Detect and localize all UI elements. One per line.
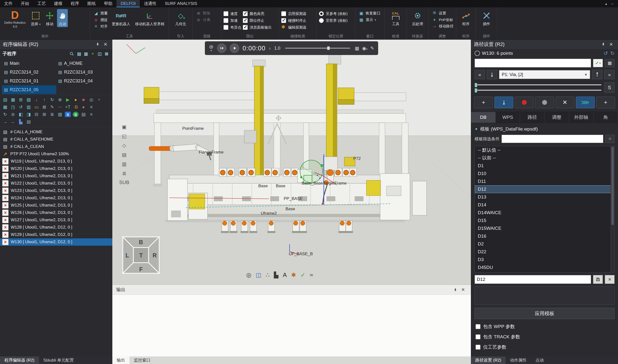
cal-tool-button[interactable]: CAL 工具	[390, 9, 401, 27]
editor-toolbar-icon[interactable]: ⊞	[41, 111, 48, 118]
redo-icon[interactable]: ↻	[610, 50, 615, 56]
lock-radio[interactable]: 至世界 (坐标)	[319, 18, 348, 23]
editor-toolbar-icon[interactable]: +T	[64, 104, 71, 110]
menu-item[interactable]: SURF ANALYSIS	[161, 0, 201, 7]
viewport-bottom-icon[interactable]: ✓	[301, 272, 305, 278]
editor-toolbar-icon[interactable]: ↑	[41, 96, 48, 103]
bottom-tab[interactable]: 点动	[531, 356, 548, 364]
template-description-box[interactable]	[475, 286, 615, 305]
viewport-side-icon[interactable]: SUB	[119, 180, 129, 185]
add-point-button[interactable]: +	[474, 97, 493, 108]
subprogram-action-icon[interactable]: ▥	[82, 50, 89, 57]
template-item[interactable]: D10	[475, 170, 614, 178]
editor-toolbar-icon[interactable]: ■	[80, 96, 87, 103]
slider-handle[interactable]	[327, 46, 330, 50]
viewport-bottom-icon[interactable]: ◎	[246, 272, 251, 278]
close-icon[interactable]: ✕	[459, 286, 467, 293]
editor-toolbar-icon[interactable]: ⊟	[33, 111, 40, 118]
viewport-side-icon[interactable]: ▥	[119, 161, 129, 167]
program-statement-row[interactable]: # CALL A_CLEAN	[0, 143, 112, 150]
editor-toolbar-icon[interactable]: ↺	[17, 104, 25, 110]
settings-button[interactable]: 设置	[431, 11, 454, 16]
editor-toolbar-icon[interactable]: ▦	[1, 104, 9, 110]
export-image-icon[interactable]: ▦	[355, 45, 359, 51]
editor-toolbar-icon[interactable]: S	[65, 112, 71, 117]
viewport-side-icon[interactable]: ≣	[119, 170, 129, 176]
viewport-3d[interactable]: PointFrameFlangeFrameP72BaseBaseBase_Bas…	[112, 39, 471, 285]
pnp-coords-button[interactable]: +PnP坐标	[431, 17, 454, 23]
confirm-button[interactable]: ✓▾	[593, 59, 603, 67]
segment-position-slider[interactable]	[475, 90, 601, 91]
show-button[interactable]: ▦显示▾	[357, 17, 381, 23]
limit-checkbox[interactable]: 颜色高亮	[243, 11, 272, 16]
viewport-bottom-icon[interactable]: ▙	[274, 272, 278, 278]
editor-toolbar-icon[interactable]: ✎	[48, 104, 56, 110]
bottom-tab[interactable]: 输出	[112, 356, 129, 364]
viewport-bottom-icon[interactable]: ✱	[291, 272, 296, 278]
close-icon[interactable]: ✕	[102, 40, 110, 48]
first-point-button[interactable]: «	[475, 70, 485, 79]
detach-button[interactable]: ⊖分离	[195, 17, 211, 23]
collision-checkbox[interactable]: 编辑探测器	[281, 25, 306, 30]
program-statement-row[interactable]: W121 [ Utool1, Uframe2, D13, 0 ]	[0, 172, 112, 180]
post-process-button[interactable]: 后处理	[411, 9, 425, 27]
editor-toolbar-icon[interactable]: ↻	[48, 96, 56, 103]
editor-toolbar-icon[interactable]: ↓	[33, 96, 40, 103]
template-item[interactable]: D1	[475, 162, 614, 170]
editor-toolbar-icon[interactable]: ◎	[88, 96, 95, 103]
annotate-icon[interactable]: ✎	[370, 45, 374, 51]
view-cube[interactable]: B L T R F	[121, 236, 161, 274]
editor-toolbar-icon[interactable]: ≣	[48, 111, 56, 118]
bottom-tab[interactable]: 动作属性	[506, 356, 531, 364]
snap-mode-button[interactable]: S	[604, 82, 615, 93]
subprogram-node[interactable]: ▤ R2ZC3214_03	[56, 68, 111, 77]
subprogram-node[interactable]: ▤ R2ZC3214_02	[2, 68, 56, 77]
viewport-side-icon[interactable]: ◇	[119, 143, 129, 148]
subprogram-node[interactable]: ▤ A_HOME	[56, 59, 111, 68]
menu-item[interactable]: 工艺	[33, 0, 50, 7]
apply-template-button[interactable]: 应用模板	[475, 308, 615, 319]
template-option-checkbox[interactable]: 包含 TRACK 参数	[472, 332, 617, 342]
template-item[interactable]: D16	[475, 232, 614, 240]
program-statement-row[interactable]: W120 [ Utool1, Uframe2, D13, 0 ]	[0, 165, 112, 172]
bottom-tab[interactable]: 程序编辑器 (R2)	[0, 356, 39, 364]
editor-toolbar-icon[interactable]: ▧	[25, 96, 32, 103]
template-item[interactable]: D13	[475, 193, 614, 201]
program-statement-row[interactable]: W126 [ Utool1, Uframe2, D13, 0 ]	[0, 209, 112, 216]
editor-toolbar-icon[interactable]: ≡	[88, 111, 95, 118]
pin-icon[interactable]	[599, 40, 607, 48]
move-tool-button[interactable]: 移动	[44, 9, 55, 27]
bottom-tab[interactable]: 监控窗口	[129, 356, 155, 364]
seek-point-button[interactable]	[494, 97, 513, 108]
probe-down-button[interactable]	[487, 70, 497, 79]
close-icon[interactable]: ✕	[607, 40, 615, 48]
template-item[interactable]: D45DU	[475, 263, 614, 271]
editor-toolbar-icon[interactable]: ⊕	[56, 96, 64, 103]
align-button[interactable]: ≡对齐	[92, 24, 109, 29]
subprogram-action-icon[interactable]: ▤	[76, 50, 82, 57]
program-statement-row[interactable]: PTP P72 Utool1 Uframe2 100%	[0, 150, 112, 158]
subprogram-action-icon[interactable]: +	[89, 50, 96, 57]
playback-settings-icon[interactable]: ▾	[209, 44, 214, 52]
editor-toolbar-icon[interactable]: →	[1, 118, 9, 125]
probe-up-button[interactable]	[592, 70, 602, 79]
collision-checkbox[interactable]: 启用探测器	[281, 11, 306, 16]
settings-tab[interactable]: 路径	[520, 112, 545, 123]
point-type-dropdown[interactable]: P1: Via, [J] ▼	[499, 70, 590, 79]
program-statement-row[interactable]: W125 [ Utool1, Uframe2, D13, 0 ]	[0, 202, 112, 209]
editor-toolbar-icon[interactable]: ▶	[64, 96, 71, 103]
settings-tab[interactable]: WPS	[496, 112, 520, 123]
editor-toolbar-icon[interactable]: ▦	[9, 96, 17, 103]
editor-toolbar-icon[interactable]: ⊞	[17, 96, 25, 103]
bottom-tab[interactable]: 路径设置 (R2)	[471, 356, 506, 364]
editor-toolbar-icon[interactable]: ≡	[88, 104, 95, 110]
template-item[interactable]: D2	[475, 240, 614, 248]
undo-icon[interactable]: ↺	[604, 50, 608, 56]
settings-tab[interactable]: 角	[593, 112, 618, 123]
menu-item[interactable]: 图纸	[83, 0, 100, 7]
collapse-ribbon-icon[interactable]: ▴	[605, 1, 607, 6]
bottom-tab[interactable]: Stäubli 单元配置	[39, 356, 78, 364]
editor-toolbar-icon[interactable]: ↻	[1, 111, 9, 118]
program-statement-row[interactable]: W124 [ Utool1, Uframe2, D13, 0 ]	[0, 194, 112, 202]
template-filter-input[interactable]	[502, 135, 603, 143]
